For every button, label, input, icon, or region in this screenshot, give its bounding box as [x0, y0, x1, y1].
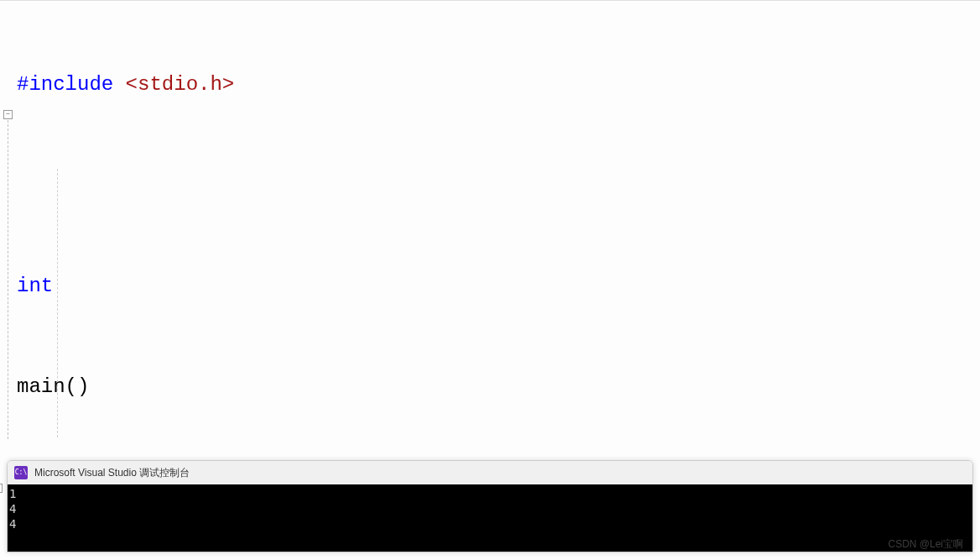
debug-console-window: C:\ Microsoft Visual Studio 调试控制台 1 4 4 — [7, 460, 973, 552]
console-title: Microsoft Visual Studio 调试控制台 — [34, 466, 190, 480]
fold-guide-line — [8, 120, 8, 439]
fold-toggle-icon[interactable]: − — [0, 484, 3, 493]
preprocessor: #include — [17, 73, 113, 96]
console-output[interactable]: 1 4 4 — [8, 484, 972, 552]
output-line: 4 — [9, 502, 16, 516]
console-titlebar[interactable]: C:\ Microsoft Visual Studio 调试控制台 — [8, 461, 972, 484]
keyword-int: int — [17, 275, 53, 297]
output-line: 1 — [9, 487, 16, 500]
code-line-empty[interactable] — [17, 169, 980, 202]
console-app-icon: C:\ — [14, 466, 28, 479]
angle-close: > — [222, 73, 234, 96]
code-line[interactable]: main() — [17, 370, 980, 404]
code-editor[interactable]: − #include <stdio.h> int main() { char c… — [0, 0, 980, 460]
watermark-text: CSDN @Lei宝啊 — [888, 537, 963, 552]
code-content[interactable]: #include <stdio.h> int main() { char c =… — [17, 1, 980, 460]
editor-gutter: − — [0, 1, 15, 460]
header-name: stdio.h — [138, 73, 222, 96]
fold-toggle-icon[interactable]: − — [3, 110, 13, 119]
function-name: main() — [17, 375, 89, 398]
output-line: 4 — [9, 517, 16, 531]
code-line[interactable]: #include <stdio.h> — [17, 68, 980, 102]
angle-open: < — [113, 73, 138, 96]
code-line[interactable]: int — [17, 270, 980, 303]
